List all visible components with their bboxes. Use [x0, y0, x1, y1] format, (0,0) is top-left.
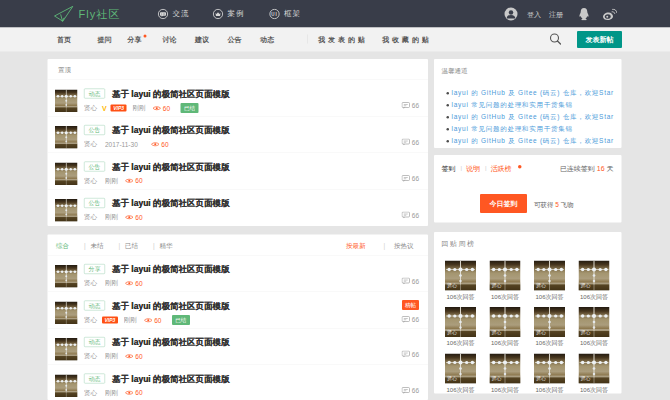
- svg-text:UI: UI: [271, 12, 278, 17]
